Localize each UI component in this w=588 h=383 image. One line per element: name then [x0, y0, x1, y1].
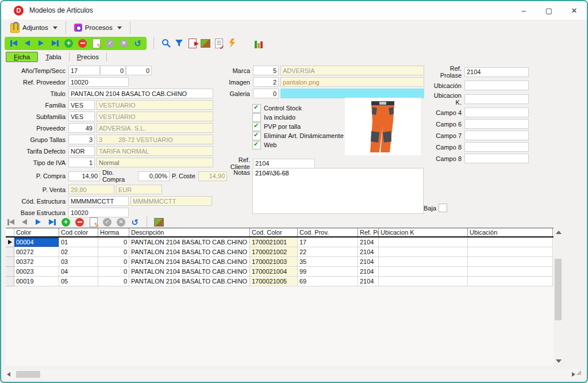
next-record-button[interactable] — [36, 39, 46, 48]
grid-column-header[interactable]: Cod color — [59, 228, 98, 236]
temp-field[interactable]: 0 — [100, 66, 126, 75]
grid-column-header[interactable]: Horma — [98, 228, 129, 236]
grid-cell-color[interactable]: 00019 — [14, 277, 59, 286]
campo6-field[interactable] — [464, 119, 529, 129]
tab-tabla[interactable]: Tabla — [38, 52, 70, 62]
grid-cell-cod_prov[interactable]: 22 — [298, 247, 358, 257]
grid-cell-cod_color2[interactable]: 1700021004 — [250, 267, 298, 277]
grid-cell-cod_color2[interactable]: 1700021002 — [250, 247, 298, 257]
grid-column-header[interactable]: Ref. Pr — [358, 228, 379, 236]
dto-compra-field[interactable]: 0,00% — [138, 171, 170, 181]
ubicacion-field[interactable] — [464, 81, 529, 90]
grid-cell-ubicacion_k[interactable] — [379, 238, 468, 247]
confirm-button[interactable]: ✓ — [105, 39, 115, 48]
delete-record-button[interactable] — [78, 39, 87, 48]
notas-field[interactable]: 2104\\36-68 — [252, 168, 424, 214]
grid-cell-ref_pr[interactable]: 2104 — [358, 257, 379, 267]
grid-column-header[interactable]: Color — [14, 228, 59, 236]
grid-cell-cod_prov[interactable]: 69 — [298, 277, 358, 286]
tab-precios[interactable]: Precios — [70, 52, 107, 62]
detail-image-button[interactable] — [154, 217, 164, 227]
grid-cell-ref_pr[interactable]: 2104 — [358, 238, 379, 247]
grid-cell-cod_prov[interactable]: 99 — [298, 267, 358, 277]
tarifa-code-field[interactable]: NOR — [68, 146, 95, 156]
export-button[interactable] — [187, 39, 197, 48]
grid-cell-descripcion[interactable]: PANTALON 2104 BASALTO CAB.CHINO GRIS MED… — [129, 238, 250, 247]
detail-first-button[interactable] — [6, 217, 16, 227]
adjuntos-button[interactable]: Adjuntos — [6, 22, 62, 34]
cancel-button[interactable]: ✕ — [119, 39, 129, 48]
grid-cell-descripcion[interactable]: PANTALON 2104 BASALTO CAB.CHINO MARINO — [129, 277, 250, 286]
refresh-button[interactable]: ↺ — [133, 39, 143, 48]
resize-grip[interactable] — [577, 370, 581, 375]
ano-field[interactable]: 17 — [68, 66, 100, 75]
control-stock-checkbox[interactable] — [252, 104, 261, 113]
maximize-button[interactable]: ▢ — [536, 1, 562, 20]
ref-prolase-field[interactable]: 2104 — [464, 67, 529, 77]
p-compra-field[interactable]: 14,90 — [68, 171, 100, 181]
first-record-button[interactable] — [9, 39, 18, 48]
grid-cell-ref_pr[interactable]: 2104 — [358, 277, 379, 286]
iva-incluido-checkbox[interactable] — [252, 113, 261, 122]
campo8-field[interactable] — [464, 142, 529, 152]
image-button[interactable] — [201, 39, 210, 48]
campo7-field[interactable] — [464, 131, 529, 140]
windows-button[interactable] — [240, 39, 250, 48]
grid-cell-ubicacion_k[interactable] — [379, 277, 468, 286]
grid-cell-color[interactable]: 00023 — [14, 267, 59, 277]
grid-cell-horma[interactable]: 0 — [98, 238, 129, 247]
grid-cell-horma[interactable]: 0 — [98, 267, 129, 277]
grid-cell-cod_prov[interactable]: 35 — [298, 257, 358, 267]
grid-column-header[interactable]: Ubicación — [468, 228, 553, 236]
detail-next-button[interactable] — [33, 217, 43, 227]
grid-cell-descripcion[interactable]: PANTALON 2104 BASALTO CAB.CHINO BEIGE CL… — [129, 247, 250, 257]
scroll-up-icon[interactable] — [556, 231, 562, 234]
grid-cell-cod_color2[interactable]: 1700021003 — [250, 257, 298, 267]
titulo-field[interactable]: PANTALON 2104 BASALTO CAB.CHINO — [68, 89, 213, 98]
grid-cell-horma[interactable]: 0 — [98, 277, 129, 286]
web-checkbox[interactable] — [252, 141, 261, 150]
detail-confirm-button[interactable]: ✓ — [102, 217, 112, 227]
proveedor-code-field[interactable]: 49 — [68, 123, 95, 133]
prev-record-button[interactable] — [22, 39, 32, 48]
add-record-button[interactable]: + — [64, 39, 74, 48]
grid-cell-cod_prov[interactable]: 17 — [298, 238, 358, 247]
p-venta-field[interactable]: 29,80 — [68, 185, 114, 194]
grid-cell-cod_color[interactable]: 03 — [59, 257, 98, 267]
grid-cell-descripcion[interactable]: PANTALON 2104 BASALTO CAB.CHINO NEGRO — [129, 267, 250, 277]
horizontal-scroll-thumb[interactable] — [16, 371, 40, 378]
grid-cell-ref_pr[interactable]: 2104 — [358, 267, 379, 277]
ref-proveedor-field[interactable]: 10020 — [68, 77, 129, 87]
grid-column-header[interactable]: Descripción — [129, 228, 250, 236]
grid-cell-ubicacion[interactable] — [468, 257, 553, 267]
vertical-scroll-thumb[interactable] — [555, 259, 562, 320]
grupo-tallas-code-field[interactable]: 3 — [68, 135, 95, 144]
detail-add-button[interactable]: + — [61, 217, 71, 227]
imagen-code-field[interactable]: 2 — [253, 77, 279, 87]
grid-vertical-scrollbar[interactable] — [554, 228, 563, 366]
grid-cell-cod_color[interactable]: 05 — [59, 277, 98, 286]
campo4-field[interactable] — [464, 108, 529, 117]
grid-cell-horma[interactable]: 0 — [98, 257, 129, 267]
subfamilia-code-field[interactable]: VES — [68, 112, 95, 121]
pvp-por-talla-checkbox[interactable] — [252, 122, 261, 131]
grid-cell-cod_color2[interactable]: 1700021005 — [250, 277, 298, 286]
cod-estructura-field[interactable]: MMMMMCCTT — [68, 196, 129, 206]
grid-cell-ubicacion_k[interactable] — [379, 257, 468, 267]
grid-column-header[interactable]: Ubicacion K — [379, 228, 468, 236]
detail-edit-button[interactable] — [89, 217, 98, 227]
eliminar-art-checkbox[interactable] — [252, 132, 261, 140]
secc-field[interactable]: 0 — [126, 66, 152, 75]
procesos-button[interactable]: Procesos — [70, 22, 126, 33]
grid-cell-ref_pr[interactable]: 2104 — [358, 247, 379, 257]
grid-cell-descripcion[interactable]: PANTALON 2104 BASALTO CAB.CHINO CAQUI — [129, 257, 250, 267]
iva-code-field[interactable]: 1 — [68, 158, 95, 167]
galeria-code-field[interactable]: 0 — [253, 89, 279, 98]
grid-cell-ubicacion[interactable] — [468, 267, 553, 277]
minimize-button[interactable]: – — [511, 1, 536, 20]
grid-cell-horma[interactable]: 0 — [98, 247, 129, 257]
grid-cell-cod_color[interactable]: 01 — [59, 238, 98, 247]
ubicacion-k-field[interactable] — [464, 94, 529, 104]
horizontal-scrollbar[interactable] — [3, 370, 585, 379]
close-button[interactable]: ✕ — [562, 1, 587, 20]
